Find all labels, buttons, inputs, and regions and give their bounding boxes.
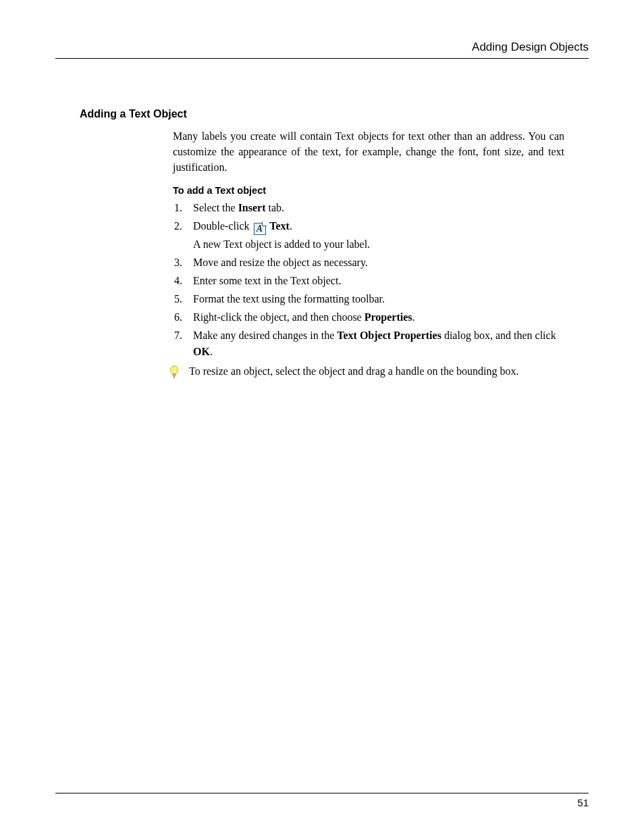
header-title: Adding Design Objects (472, 41, 589, 53)
step-6-text-c: . (412, 311, 415, 323)
step-7-bold-2: OK (193, 346, 210, 357)
step-2-text-c: . (290, 220, 292, 232)
step-6-text-a: Right-click the object, and then choose (193, 311, 365, 323)
intro-paragraph: Many labels you create will contain Text… (173, 128, 564, 176)
step-2-extra: A new Text object is added to your label… (193, 236, 564, 253)
tip-row: To resize an object, select the object a… (169, 363, 564, 382)
step-4: Enter some text in the Text object. (173, 273, 564, 289)
step-7-bold-1: Text Object Properties (337, 330, 441, 341)
page-content: Adding a Text Object Many labels you cre… (80, 108, 564, 382)
svg-rect-1 (173, 373, 176, 375)
step-1-text-c: tab. (266, 202, 285, 213)
step-1-text-a: Select the (193, 202, 238, 213)
text-object-icon: A (254, 223, 266, 235)
procedure-heading: To add a Text object (173, 185, 564, 196)
step-1-bold: Insert (238, 202, 266, 213)
step-1: Select the Insert tab. (173, 200, 564, 216)
lightbulb-icon (169, 365, 181, 382)
section-heading: Adding a Text Object (80, 108, 564, 120)
svg-rect-2 (173, 375, 176, 377)
step-3: Move and resize the object as necessary. (173, 255, 564, 271)
page-footer: 51 (55, 793, 589, 808)
step-7-text-c: dialog box, and then click (441, 330, 556, 341)
step-7-text-e: . (210, 346, 213, 357)
step-5-text: Format the text using the formatting too… (193, 291, 564, 307)
step-3-text: Move and resize the object as necessary. (193, 255, 564, 271)
procedure-steps: Select the Insert tab. Double-click A Te… (173, 200, 564, 360)
step-5: Format the text using the formatting too… (173, 291, 564, 307)
step-4-text: Enter some text in the Text object. (193, 273, 564, 289)
step-7-text-a: Make any desired changes in the (193, 330, 337, 341)
page-header: Adding Design Objects (55, 41, 589, 59)
body-block: Many labels you create will contain Text… (173, 128, 564, 382)
tip-text: To resize an object, select the object a… (189, 363, 519, 380)
step-7: Make any desired changes in the Text Obj… (173, 328, 564, 360)
page-number: 51 (577, 797, 589, 808)
step-2-bold: Text (267, 220, 290, 232)
step-6: Right-click the object, and then choose … (173, 309, 564, 325)
step-2: Double-click A Text. A new Text object i… (173, 218, 564, 253)
step-6-bold: Properties (365, 311, 412, 323)
step-2-text-a: Double-click (193, 220, 252, 232)
